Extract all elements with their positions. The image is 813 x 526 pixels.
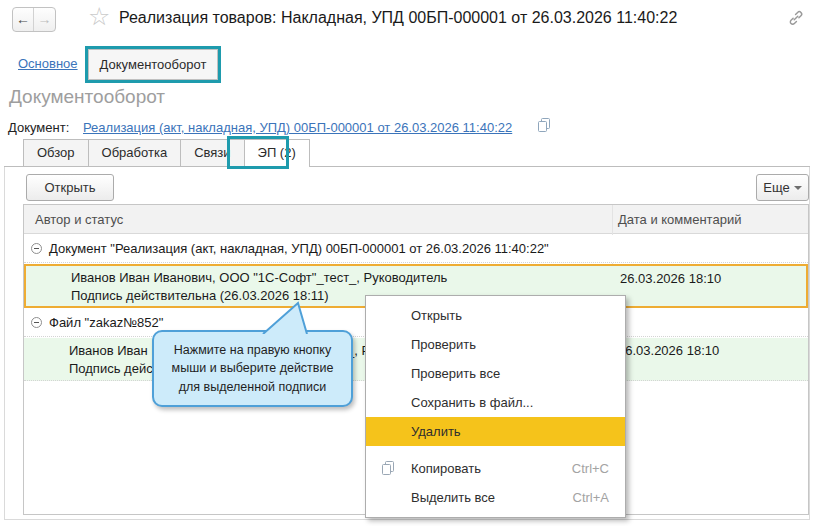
tab-ep[interactable]: ЭП (2) xyxy=(244,139,310,167)
collapse-icon[interactable] xyxy=(31,317,42,328)
open-button[interactable]: Открыть xyxy=(26,174,114,201)
menu-item-open[interactable]: Открыть xyxy=(366,301,625,330)
forward-button[interactable]: → xyxy=(34,8,55,31)
tab-svyazi[interactable]: Связи xyxy=(180,139,244,166)
table-header: Автор и статус Дата и комментарий xyxy=(24,205,808,234)
column-header-author[interactable]: Автор и статус xyxy=(35,212,123,227)
menu-shortcut: Ctrl+A xyxy=(573,483,609,512)
menu-item-label: Выделить все xyxy=(411,490,495,505)
column-header-date[interactable]: Дата и комментарий xyxy=(618,212,741,227)
tooltip-pointer xyxy=(255,301,315,334)
menu-item-label: Копировать xyxy=(411,461,481,476)
window-title: Реализация товаров: Накладная, УПД 00БП-… xyxy=(119,9,677,27)
menu-item-select-all[interactable]: Выделить все Ctrl+A xyxy=(366,483,625,512)
menu-item-verify[interactable]: Проверить xyxy=(366,330,625,359)
context-menu: Открыть Проверить Проверить все Сохранит… xyxy=(365,295,626,518)
page-title: Документооборот xyxy=(9,86,165,108)
copy-icon[interactable] xyxy=(536,117,552,133)
favorite-star-icon[interactable]: ☆ xyxy=(88,2,110,31)
group-row-label: Документ "Реализация (акт, накладная, УП… xyxy=(49,241,549,256)
signature-date: 26.03.2026 18:10 xyxy=(618,342,719,360)
menu-item-save-to-file[interactable]: Сохранить в файл... xyxy=(366,388,625,417)
get-link-icon[interactable] xyxy=(787,9,805,27)
document-link[interactable]: Реализация (акт, накладная, УПД) 00БП-00… xyxy=(83,120,512,135)
document-label: Документ: xyxy=(8,120,69,135)
chevron-down-icon xyxy=(794,186,802,190)
copy-icon xyxy=(380,460,396,476)
collapse-icon[interactable] xyxy=(31,243,42,254)
signature-date: 26.03.2026 18:10 xyxy=(620,270,721,288)
section-tab-strip: Обзор Обработка Связи ЭП (2) xyxy=(4,139,810,167)
menu-separator xyxy=(366,446,625,454)
tab-obrabotka[interactable]: Обработка xyxy=(88,139,182,166)
more-button[interactable]: Еще xyxy=(756,174,809,201)
tooltip-callout: Нажмите на правую кнопку мыши и выберите… xyxy=(152,330,353,407)
table-row-group-document[interactable]: Документ "Реализация (акт, накладная, УП… xyxy=(24,235,808,263)
menu-shortcut: Ctrl+C xyxy=(572,454,609,483)
history-nav-group: ← → xyxy=(12,7,56,32)
back-button[interactable]: ← xyxy=(13,8,34,31)
menu-item-verify-all[interactable]: Проверить все xyxy=(366,359,625,388)
tab-dokumentooborot[interactable]: Документооборот xyxy=(88,49,218,80)
menu-item-delete[interactable]: Удалить xyxy=(366,417,625,446)
tooltip-text: Нажмите на правую кнопку мыши и выберите… xyxy=(164,341,341,395)
tab-osnovnoe[interactable]: Основное xyxy=(18,56,78,71)
group-row-label: Файл "zakaz№852" xyxy=(49,315,163,330)
tab-obzor[interactable]: Обзор xyxy=(23,139,89,166)
app-window: ← → ☆ Реализация товаров: Накладная, УПД… xyxy=(0,0,813,526)
more-button-label: Еще xyxy=(763,180,789,195)
menu-item-copy[interactable]: Копировать Ctrl+C xyxy=(366,454,625,483)
